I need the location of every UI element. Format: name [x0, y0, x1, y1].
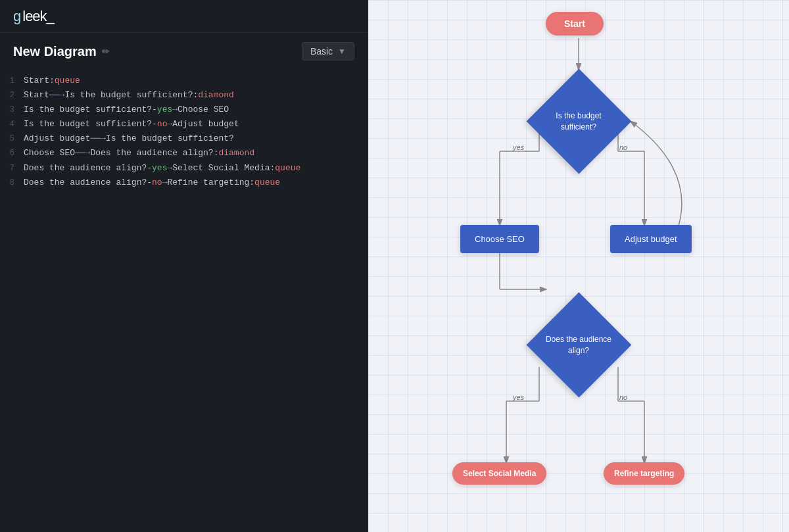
choose-seo-node: Choose SEO — [460, 225, 539, 253]
diamond1-label: Is the budgetsufficient? — [526, 69, 631, 174]
start-pill: Start — [546, 12, 604, 36]
diagram-canvas: yes no yes no Start Is the budgetsuffici… — [368, 0, 789, 532]
line-number: 3 — [5, 103, 24, 116]
svg-text:yes: yes — [512, 143, 525, 151]
edit-icon[interactable]: ✏ — [102, 46, 110, 57]
social-media-label: Select Social Media — [463, 469, 536, 478]
start-node: Start — [546, 12, 604, 36]
line-number: 4 — [5, 118, 24, 131]
code-text: Choose SEO──→Does the audience align?:di… — [24, 146, 254, 160]
choose-seo-label: Choose SEO — [475, 234, 525, 244]
diagram-title: New Diagram ✏ — [13, 44, 110, 59]
adjust-budget-label: Adjust budget — [625, 234, 677, 244]
diamond2-node: Does the audiencealign? — [526, 293, 631, 398]
line-number: 7 — [5, 162, 24, 175]
app-header: g leek_ — [0, 0, 368, 33]
code-line-8: 8 Does the audience align?-no→Refine tar… — [0, 176, 368, 190]
code-text: Does the audience align?-no→Refine targe… — [24, 176, 280, 190]
chevron-down-icon: ▼ — [338, 47, 346, 56]
code-text: Is the budget sufficient?-yes→Choose SEO — [24, 103, 229, 117]
line-number: 6 — [5, 147, 24, 160]
adjust-budget-node: Adjust budget — [610, 225, 692, 253]
code-line-5: 5 Adjust budget──→Is the budget sufficie… — [0, 132, 368, 146]
adjust-budget-rect: Adjust budget — [610, 225, 692, 253]
refine-label: Refine targeting — [614, 469, 674, 478]
social-media-pill: Select Social Media — [452, 462, 546, 485]
diamond2-label: Does the audiencealign? — [526, 293, 631, 398]
social-media-node: Select Social Media — [452, 462, 546, 485]
code-text: Start:queue — [24, 74, 80, 88]
code-line-6: 6 Choose SEO──→Does the audience align?:… — [0, 146, 368, 160]
code-line-4: 4 Is the budget sufficient?-no→Adjust bu… — [0, 117, 368, 132]
left-panel: g leek_ New Diagram ✏ Basic ▼ 1 Start:qu… — [0, 0, 368, 532]
line-number: 5 — [5, 132, 24, 145]
line-number: 2 — [5, 89, 24, 102]
logo: g leek_ — [13, 8, 54, 25]
diamond1-node: Is the budgetsufficient? — [526, 69, 631, 174]
dropdown-basic[interactable]: Basic ▼ — [302, 42, 354, 60]
flowchart: yes no yes no Start Is the budgetsuffici… — [441, 7, 717, 526]
code-line-1: 1 Start:queue — [0, 74, 368, 88]
code-line-2: 2 Start──→Is the budget sufficient?:diam… — [0, 88, 368, 103]
code-editor[interactable]: 1 Start:queue 2 Start──→Is the budget su… — [0, 67, 368, 532]
logo-g: g — [13, 8, 21, 25]
dropdown-value: Basic — [310, 46, 333, 57]
refine-pill: Refine targeting — [604, 462, 684, 485]
right-panel: yes no yes no Start Is the budgetsuffici… — [368, 0, 789, 532]
logo-text: leek_ — [22, 8, 54, 25]
start-label: Start — [564, 18, 585, 29]
svg-text:yes: yes — [512, 393, 525, 401]
choose-seo-rect: Choose SEO — [460, 225, 539, 253]
title-bar: New Diagram ✏ Basic ▼ — [0, 33, 368, 67]
code-text: Does the audience align?-yes→Select Soci… — [24, 161, 300, 176]
code-text: Is the budget sufficient?-no→Adjust budg… — [24, 117, 239, 132]
line-number: 8 — [5, 176, 24, 189]
code-line-7: 7 Does the audience align?-yes→Select So… — [0, 161, 368, 176]
diagram-title-text: New Diagram — [13, 44, 97, 59]
code-text: Adjust budget──→Is the budget sufficient… — [24, 132, 234, 146]
code-text: Start──→Is the budget sufficient?:diamon… — [24, 88, 234, 103]
line-number: 1 — [5, 74, 24, 87]
code-line-3: 3 Is the budget sufficient?-yes→Choose S… — [0, 103, 368, 117]
refine-node: Refine targeting — [604, 462, 684, 485]
